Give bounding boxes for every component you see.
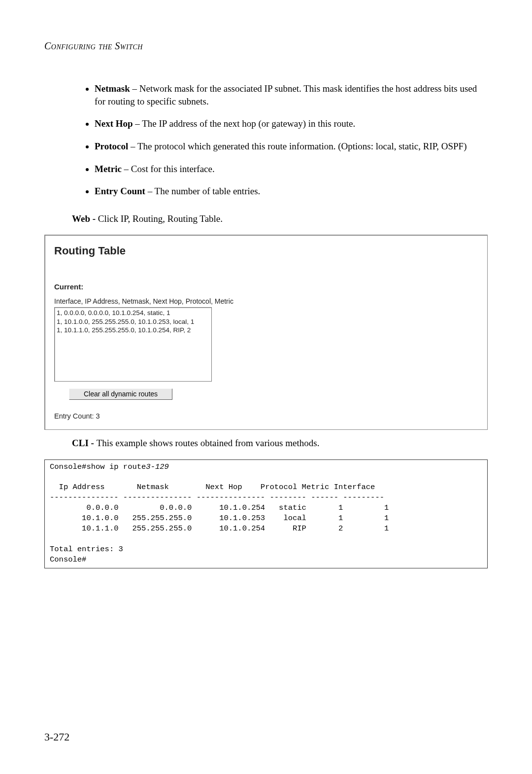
cli-intro-block: CLI - This example shows routes obtained… [72,437,488,450]
cli-output-box: Console#show ip route3-129 Ip Address Ne… [44,459,488,568]
cli-divider: --------------- --------------- --------… [50,493,384,502]
definition-term: Netmask [95,83,130,94]
cli-end-prompt: Console# [50,555,86,564]
columns-label: Interface, IP Address, Netmask, Next Hop… [54,297,482,306]
web-instruction: Web - Click IP, Routing, Routing Table. [72,212,488,225]
page: Configuring the Switch Netmask – Network… [0,0,532,774]
clear-dynamic-routes-button[interactable]: Clear all dynamic routes [69,388,172,400]
current-label: Current: [54,282,482,292]
definition-desc: – The IP address of the next hop (or gat… [133,118,356,129]
list-item[interactable]: 1, 10.1.0.0, 255.255.255.0, 10.1.0.253, … [57,317,209,326]
definition-item: Netmask – Network mask for the associate… [95,82,488,107]
body-content: Netmask – Network mask for the associate… [72,82,488,225]
cli-row: 0.0.0.0 0.0.0.0 10.1.0.254 static 1 1 [50,503,389,512]
definition-desc: – Network mask for the associated IP sub… [95,83,477,106]
list-item[interactable]: 1, 0.0.0.0, 0.0.0.0, 10.1.0.254, static,… [57,309,209,317]
cli-lead: CLI - [72,438,97,448]
definition-term: Protocol [95,141,128,151]
running-head: Configuring the Switch [44,39,488,53]
cli-row: 10.1.0.0 255.255.255.0 10.1.0.253 local … [50,514,389,523]
definition-list: Netmask – Network mask for the associate… [72,82,488,198]
panel-title: Routing Table [54,244,482,258]
definition-desc: – Cost for this interface. [122,164,215,174]
cli-total: Total entries: 3 [50,545,123,554]
definition-term: Entry Count [95,186,145,196]
definition-term: Metric [95,164,122,174]
page-number: 3-272 [44,730,69,744]
routing-table-listbox[interactable]: 1, 0.0.0.0, 0.0.0.0, 10.1.0.254, static,… [54,307,212,382]
routing-table-panel: Routing Table Current: Interface, IP Add… [44,235,488,429]
definition-desc: – The number of table entries. [145,186,260,196]
list-item[interactable]: 1, 10.1.1.0, 255.255.255.0, 10.1.0.254, … [57,326,209,335]
definition-item: Entry Count – The number of table entrie… [95,185,488,198]
definition-item: Metric – Cost for this interface. [95,163,488,176]
cli-page-ref: 3-129 [146,462,169,471]
definition-item: Next Hop – The IP address of the next ho… [95,117,488,130]
cli-text: This example shows routes obtained from … [97,438,320,448]
definition-term: Next Hop [95,118,133,129]
web-lead: Web - [72,213,98,224]
entry-count-text: Entry Count: 3 [54,412,482,422]
cli-prompt-cmd: Console#show ip route [50,462,146,471]
definition-desc: – The protocol which generated this rout… [128,141,466,151]
definition-item: Protocol – The protocol which generated … [95,140,488,153]
cli-instruction: CLI - This example shows routes obtained… [72,437,488,450]
web-text: Click IP, Routing, Routing Table. [98,213,223,224]
cli-row: 10.1.1.0 255.255.255.0 10.1.0.254 RIP 2 … [50,524,389,533]
cli-header-row: Ip Address Netmask Next Hop Protocol Met… [50,483,375,492]
